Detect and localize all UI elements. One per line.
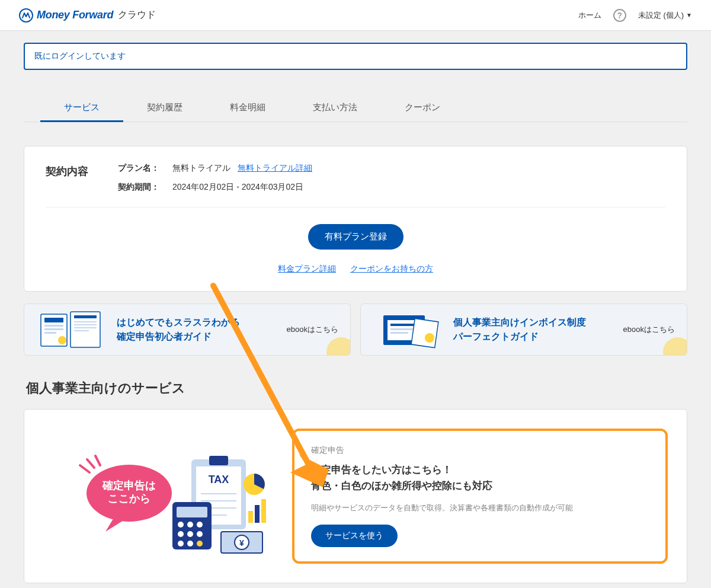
svg-point-44 <box>187 531 193 537</box>
register-button[interactable]: 有料プラン登録 <box>308 224 403 250</box>
user-menu[interactable]: 未設定 (個人) ▼ <box>638 10 692 21</box>
banner-cta-2: ebookはこちら <box>623 324 675 335</box>
plan-value: 無料トライアル <box>172 163 230 174</box>
tabs: サービス 契約履歴 料金明細 支払い方法 クーポン <box>24 94 687 122</box>
svg-line-24 <box>87 459 94 468</box>
period-value: 2024年02月02日 - 2024年03月02日 <box>172 182 303 193</box>
contract-card: 契約内容 プラン名： 無料トライアル 無料トライアル詳細 契約期間： 2024年… <box>24 146 687 292</box>
service-card: 確定申告は ここから TAX <box>24 409 687 583</box>
logo[interactable]: Money Forward クラウド <box>19 8 156 23</box>
svg-rect-18 <box>411 318 438 347</box>
svg-rect-36 <box>255 505 260 523</box>
tab-coupon[interactable]: クーポン <box>381 94 464 122</box>
plan-label: プラン名： <box>118 163 165 174</box>
action-section: 有料プラン登録 料金プラン詳細 クーポンをお持ちの方 <box>46 207 665 274</box>
svg-text:TAX: TAX <box>209 474 229 485</box>
svg-rect-12 <box>74 330 89 331</box>
svg-point-41 <box>187 522 193 528</box>
help-icon[interactable]: ? <box>613 9 626 22</box>
service-illustration: 確定申告は ここから TAX <box>43 437 268 555</box>
svg-rect-35 <box>248 511 253 523</box>
pricing-link[interactable]: 料金プラン詳細 <box>278 264 336 274</box>
service-tag: 確定申告 <box>311 445 649 456</box>
banner-text-2: 個人事業主向けインボイス制度 パーフェクトガイド <box>453 315 614 344</box>
contract-details: プラン名： 無料トライアル 無料トライアル詳細 契約期間： 2024年02月02… <box>118 163 312 193</box>
period-label: 契約期間： <box>118 182 165 193</box>
svg-line-23 <box>80 465 89 472</box>
logo-icon <box>19 8 33 23</box>
svg-line-25 <box>95 456 100 465</box>
svg-point-47 <box>187 541 193 547</box>
service-heading: 確定申告をしたい方はこちら！ 青色・白色のほか雑所得や控除にも対応 <box>311 462 649 494</box>
svg-point-43 <box>178 531 184 537</box>
service-content: 確定申告 確定申告をしたい方はこちら！ 青色・白色のほか雑所得や控除にも対応 明… <box>292 429 668 564</box>
user-label: 未設定 (個人) <box>638 10 684 21</box>
svg-text:ここから: ここから <box>108 493 150 504</box>
banner-row: はじめてでもスラスラわかる 確定申告初心者ガイド ebookはこちら 個人事業主… <box>24 303 687 356</box>
svg-point-48 <box>197 541 203 547</box>
svg-rect-2 <box>44 318 63 322</box>
svg-rect-8 <box>74 315 97 318</box>
svg-rect-3 <box>44 325 63 327</box>
plan-detail-link[interactable]: 無料トライアル詳細 <box>238 163 312 174</box>
svg-rect-11 <box>74 327 97 328</box>
banner-cta-1: ebookはこちら <box>287 324 338 335</box>
period-line: 契約期間： 2024年02月02日 - 2024年03月02日 <box>118 182 312 193</box>
svg-rect-37 <box>261 499 266 523</box>
login-notice: 既にログインしています <box>24 43 687 70</box>
home-link[interactable]: ホーム <box>578 10 601 21</box>
svg-rect-10 <box>74 324 97 325</box>
banner-beginner-guide[interactable]: はじめてでもスラスラわかる 確定申告初心者ガイド ebookはこちら <box>24 303 351 356</box>
plan-line: プラン名： 無料トライアル 無料トライアル詳細 <box>118 163 312 174</box>
tab-service[interactable]: サービス <box>40 94 123 122</box>
link-row: 料金プラン詳細 クーポンをお持ちの方 <box>46 264 665 274</box>
svg-point-42 <box>197 522 203 528</box>
header: Money Forward クラウド ホーム ? 未設定 (個人) ▼ <box>0 0 711 31</box>
svg-rect-28 <box>209 456 228 465</box>
coupon-link[interactable]: クーポンをお持ちの方 <box>350 264 433 274</box>
tab-billing[interactable]: 料金明細 <box>206 94 289 122</box>
contract-row: 契約内容 プラン名： 無料トライアル 無料トライアル詳細 契約期間： 2024年… <box>46 163 665 207</box>
svg-rect-9 <box>74 321 97 322</box>
svg-text:確定申告は: 確定申告は <box>102 480 156 491</box>
header-right: ホーム ? 未設定 (個人) ▼ <box>578 9 692 22</box>
banner-invoice-guide[interactable]: 個人事業主向けインボイス制度 パーフェクトガイド ebookはこちら <box>360 303 687 356</box>
svg-rect-4 <box>44 328 63 330</box>
svg-text:¥: ¥ <box>239 538 244 548</box>
svg-rect-5 <box>44 332 56 334</box>
banner-image-2 <box>373 309 444 350</box>
use-service-button[interactable]: サービスを使う <box>311 525 398 547</box>
logo-text: Money Forward <box>37 9 113 21</box>
svg-point-40 <box>178 522 184 528</box>
chevron-down-icon: ▼ <box>686 12 692 18</box>
svg-point-6 <box>58 336 66 344</box>
banner-text-1: はじめてでもスラスラわかる 確定申告初心者ガイド <box>117 315 277 344</box>
svg-point-19 <box>425 333 434 343</box>
main-container: 既にログインしています サービス 契約履歴 料金明細 支払い方法 クーポン 契約… <box>12 31 699 588</box>
contract-title: 契約内容 <box>46 163 99 178</box>
banner-image-1 <box>36 309 107 350</box>
logo-sub: クラウド <box>118 9 156 21</box>
svg-rect-17 <box>390 332 408 334</box>
svg-point-45 <box>197 531 203 537</box>
section-title: 個人事業主向けのサービス <box>24 379 687 397</box>
svg-point-46 <box>178 541 184 547</box>
tab-history[interactable]: 契約履歴 <box>123 94 206 122</box>
tab-payment[interactable]: 支払い方法 <box>289 94 381 122</box>
svg-rect-39 <box>177 507 207 517</box>
service-desc: 明細やサービスのデータを自動で取得。決算書や各種書類の自動作成が可能 <box>311 502 649 514</box>
